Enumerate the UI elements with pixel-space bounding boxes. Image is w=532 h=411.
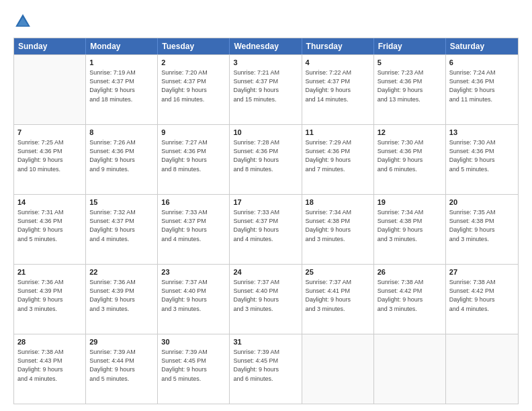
calendar-cell: 12Sunrise: 7:30 AM Sunset: 4:36 PM Dayli… [374,125,446,194]
day-info: Sunrise: 7:38 AM Sunset: 4:42 PM Dayligh… [378,278,442,313]
day-info: Sunrise: 7:34 AM Sunset: 4:38 PM Dayligh… [306,208,370,243]
day-number: 14 [17,197,82,208]
day-number: 25 [306,267,370,277]
day-info: Sunrise: 7:36 AM Sunset: 4:39 PM Dayligh… [89,278,154,313]
calendar-cell [446,334,518,404]
calendar-cell: 16Sunrise: 7:33 AM Sunset: 4:37 PM Dayli… [158,195,230,264]
day-number: 26 [378,267,442,277]
day-number: 12 [378,128,442,138]
calendar-cell: 2Sunrise: 7:20 AM Sunset: 4:37 PM Daylig… [158,55,230,124]
calendar-header-tuesday: Tuesday [158,38,230,54]
day-info: Sunrise: 7:33 AM Sunset: 4:37 PM Dayligh… [233,208,298,243]
calendar-cell [302,334,374,404]
calendar-cell: 6Sunrise: 7:24 AM Sunset: 4:36 PM Daylig… [446,55,518,124]
calendar-cell: 24Sunrise: 7:37 AM Sunset: 4:40 PM Dayli… [230,265,302,334]
day-info: Sunrise: 7:25 AM Sunset: 4:36 PM Dayligh… [17,138,82,173]
day-number: 5 [378,58,442,68]
day-number: 4 [306,58,370,68]
day-info: Sunrise: 7:35 AM Sunset: 4:38 PM Dayligh… [449,208,515,243]
day-number: 2 [161,58,226,68]
day-number: 7 [17,128,82,138]
logo-icon [13,12,32,31]
day-number: 17 [233,197,298,208]
day-info: Sunrise: 7:39 AM Sunset: 4:44 PM Dayligh… [89,348,154,383]
calendar-cell: 27Sunrise: 7:38 AM Sunset: 4:42 PM Dayli… [446,265,518,334]
calendar-cell: 26Sunrise: 7:38 AM Sunset: 4:42 PM Dayli… [374,265,446,334]
day-info: Sunrise: 7:36 AM Sunset: 4:39 PM Dayligh… [17,278,82,313]
calendar-header-saturday: Saturday [446,38,518,54]
calendar-body: 1Sunrise: 7:19 AM Sunset: 4:37 PM Daylig… [14,54,518,404]
calendar-row-4: 28Sunrise: 7:38 AM Sunset: 4:43 PM Dayli… [14,334,518,404]
day-number: 10 [233,128,298,138]
day-number: 8 [89,128,154,138]
day-info: Sunrise: 7:32 AM Sunset: 4:37 PM Dayligh… [89,208,154,243]
day-info: Sunrise: 7:26 AM Sunset: 4:36 PM Dayligh… [89,138,154,173]
day-number: 23 [161,267,226,277]
logo [13,12,35,31]
day-info: Sunrise: 7:29 AM Sunset: 4:36 PM Dayligh… [306,138,370,173]
day-number: 16 [161,197,226,208]
calendar-cell: 1Sunrise: 7:19 AM Sunset: 4:37 PM Daylig… [86,55,158,124]
calendar-cell [374,334,446,404]
day-info: Sunrise: 7:39 AM Sunset: 4:45 PM Dayligh… [233,348,298,383]
calendar-cell: 5Sunrise: 7:23 AM Sunset: 4:36 PM Daylig… [374,55,446,124]
calendar-cell: 22Sunrise: 7:36 AM Sunset: 4:39 PM Dayli… [86,265,158,334]
calendar-cell: 9Sunrise: 7:27 AM Sunset: 4:36 PM Daylig… [158,125,230,194]
day-info: Sunrise: 7:22 AM Sunset: 4:37 PM Dayligh… [306,68,370,103]
day-info: Sunrise: 7:28 AM Sunset: 4:36 PM Dayligh… [233,138,298,173]
day-info: Sunrise: 7:37 AM Sunset: 4:40 PM Dayligh… [233,278,298,313]
calendar-row-3: 21Sunrise: 7:36 AM Sunset: 4:39 PM Dayli… [14,264,518,334]
calendar-cell: 7Sunrise: 7:25 AM Sunset: 4:36 PM Daylig… [14,125,86,194]
calendar-header-monday: Monday [86,38,158,54]
calendar: SundayMondayTuesdayWednesdayThursdayFrid… [13,38,519,404]
calendar-cell: 21Sunrise: 7:36 AM Sunset: 4:39 PM Dayli… [14,265,86,334]
calendar-cell: 3Sunrise: 7:21 AM Sunset: 4:37 PM Daylig… [230,55,302,124]
calendar-cell: 29Sunrise: 7:39 AM Sunset: 4:44 PM Dayli… [86,334,158,404]
day-info: Sunrise: 7:33 AM Sunset: 4:37 PM Dayligh… [161,208,226,243]
day-info: Sunrise: 7:30 AM Sunset: 4:36 PM Dayligh… [378,138,442,173]
calendar-cell [14,55,86,124]
calendar-header-sunday: Sunday [14,38,86,54]
day-number: 21 [17,267,82,277]
calendar-header-friday: Friday [374,38,446,54]
day-number: 27 [449,267,515,277]
calendar-cell: 20Sunrise: 7:35 AM Sunset: 4:38 PM Dayli… [446,195,518,264]
calendar-cell: 23Sunrise: 7:37 AM Sunset: 4:40 PM Dayli… [158,265,230,334]
day-info: Sunrise: 7:39 AM Sunset: 4:45 PM Dayligh… [161,348,226,383]
day-info: Sunrise: 7:38 AM Sunset: 4:43 PM Dayligh… [17,348,82,383]
calendar-cell: 8Sunrise: 7:26 AM Sunset: 4:36 PM Daylig… [86,125,158,194]
day-number: 3 [233,58,298,68]
calendar-cell: 25Sunrise: 7:37 AM Sunset: 4:41 PM Dayli… [302,265,374,334]
calendar-cell: 14Sunrise: 7:31 AM Sunset: 4:36 PM Dayli… [14,195,86,264]
calendar-cell: 13Sunrise: 7:30 AM Sunset: 4:36 PM Dayli… [446,125,518,194]
header [13,12,519,31]
calendar-row-1: 7Sunrise: 7:25 AM Sunset: 4:36 PM Daylig… [14,124,518,194]
day-number: 13 [449,128,515,138]
day-number: 18 [306,197,370,208]
day-number: 20 [449,197,515,208]
day-info: Sunrise: 7:31 AM Sunset: 4:36 PM Dayligh… [17,208,82,243]
day-info: Sunrise: 7:27 AM Sunset: 4:36 PM Dayligh… [161,138,226,173]
calendar-cell: 15Sunrise: 7:32 AM Sunset: 4:37 PM Dayli… [86,195,158,264]
day-info: Sunrise: 7:23 AM Sunset: 4:36 PM Dayligh… [378,68,442,103]
calendar-cell: 4Sunrise: 7:22 AM Sunset: 4:37 PM Daylig… [302,55,374,124]
day-info: Sunrise: 7:24 AM Sunset: 4:36 PM Dayligh… [449,68,515,103]
day-info: Sunrise: 7:37 AM Sunset: 4:40 PM Dayligh… [161,278,226,313]
day-number: 29 [89,337,154,347]
day-number: 31 [233,337,298,347]
day-info: Sunrise: 7:30 AM Sunset: 4:36 PM Dayligh… [449,138,515,173]
day-number: 28 [17,337,82,347]
calendar-cell: 10Sunrise: 7:28 AM Sunset: 4:36 PM Dayli… [230,125,302,194]
day-number: 9 [161,128,226,138]
day-number: 22 [89,267,154,277]
calendar-cell: 18Sunrise: 7:34 AM Sunset: 4:38 PM Dayli… [302,195,374,264]
calendar-cell: 19Sunrise: 7:34 AM Sunset: 4:38 PM Dayli… [374,195,446,264]
calendar-cell: 28Sunrise: 7:38 AM Sunset: 4:43 PM Dayli… [14,334,86,404]
day-number: 6 [449,58,515,68]
calendar-row-0: 1Sunrise: 7:19 AM Sunset: 4:37 PM Daylig… [14,54,518,124]
calendar-cell: 31Sunrise: 7:39 AM Sunset: 4:45 PM Dayli… [230,334,302,404]
day-number: 1 [89,58,154,68]
calendar-header: SundayMondayTuesdayWednesdayThursdayFrid… [14,38,518,54]
day-number: 19 [378,197,442,208]
calendar-row-2: 14Sunrise: 7:31 AM Sunset: 4:36 PM Dayli… [14,194,518,264]
